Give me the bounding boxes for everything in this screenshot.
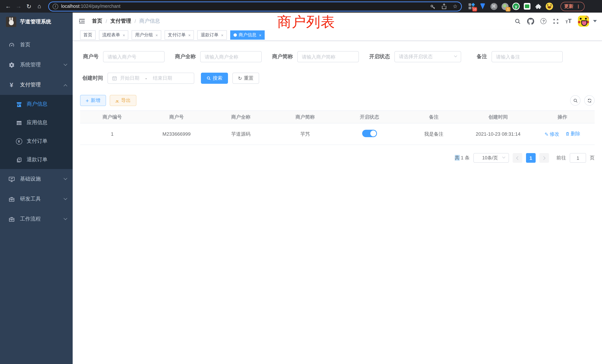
page-number-1[interactable]: 1	[526, 153, 536, 163]
bookmark-star-icon[interactable]: ☆	[453, 3, 457, 9]
sidebar-item-home[interactable]: 首页	[0, 35, 73, 55]
chevron-down-icon	[64, 176, 67, 180]
cell-status	[337, 123, 402, 145]
sidebar: 芋道管理系统 首页 系统管理 ¥ 支付管	[0, 13, 73, 364]
col-header-created: 创建时间	[466, 111, 530, 123]
sidebar-item-pay[interactable]: ¥ 支付管理	[0, 75, 73, 95]
sidebar-item-pay-order[interactable]: ¥ 支付订单	[0, 132, 73, 150]
short-name-input[interactable]	[302, 54, 354, 60]
browser-profile-avatar[interactable]	[546, 3, 553, 10]
close-icon[interactable]: ×	[122, 33, 125, 37]
status-toggle[interactable]	[362, 130, 377, 137]
back-icon[interactable]: ←	[4, 2, 13, 11]
toggle-search-button[interactable]	[570, 95, 580, 106]
prev-page-button[interactable]	[513, 153, 522, 163]
yen-circle-icon: ¥	[16, 138, 22, 144]
goto-page-input[interactable]	[570, 153, 586, 163]
pagination: 共 1 条 10条/页 1 前往 页	[80, 153, 595, 163]
date-range-picker[interactable]: 开始日期 - 结束日期	[108, 73, 194, 84]
update-button[interactable]: 更新 ⋮	[560, 2, 584, 11]
col-header-id: 商户编号	[80, 111, 144, 123]
command-extension-icon[interactable]: ⌘	[490, 3, 497, 10]
reset-button[interactable]: ↻ 重置	[232, 73, 259, 84]
chevron-down-icon	[64, 216, 67, 220]
sidebar-item-app-info[interactable]: 应用信息	[0, 113, 73, 132]
cell-short-name: 芋艿	[273, 123, 337, 145]
next-page-button[interactable]	[539, 153, 549, 163]
end-date[interactable]: 结束日期	[153, 75, 172, 82]
navbar: 首页 / 支付管理 / 商户信息 商户列表 ? TT	[73, 13, 602, 30]
caret-down-icon[interactable]	[593, 20, 597, 22]
sidebar-item-devtools[interactable]: 研发工具	[0, 189, 73, 209]
cell-remark: 我是备注	[402, 123, 466, 145]
download-icon: ⌄	[115, 99, 119, 102]
y-extension-icon[interactable]: y	[512, 3, 520, 10]
tab-refund-order[interactable]: 退款订单×	[197, 30, 227, 40]
sidebar-item-merchant-info[interactable]: 商户信息	[0, 95, 73, 113]
chevron-down-icon	[454, 54, 457, 57]
plus-icon: +	[86, 97, 89, 104]
full-name-input[interactable]	[205, 54, 257, 60]
breadcrumb-pay[interactable]: 支付管理	[110, 18, 131, 24]
password-key-icon[interactable]	[430, 3, 436, 9]
goto-label: 前往	[556, 155, 566, 161]
sidebar-item-workflow[interactable]: 工作流程	[0, 209, 73, 229]
chevron-down-icon	[64, 62, 67, 66]
grid-extension-icon[interactable]: 10	[468, 3, 475, 10]
tab-pay-order[interactable]: 支付订单×	[165, 30, 194, 40]
help-icon[interactable]: ?	[541, 18, 547, 24]
chat-extension-icon[interactable]	[523, 3, 531, 10]
tab-process-form[interactable]: 流程表单×	[99, 30, 129, 40]
tab-home[interactable]: 首页	[80, 30, 96, 40]
delete-link[interactable]: 删除	[565, 130, 580, 137]
add-button[interactable]: + 新增	[80, 95, 106, 106]
export-button[interactable]: ⌄ 导出	[110, 95, 136, 106]
url-bar[interactable]: i localhost:1024/pay/merchant ☆	[48, 1, 462, 11]
close-icon[interactable]: ×	[155, 33, 158, 37]
font-size-icon[interactable]: TT	[566, 18, 572, 24]
app-logo-row[interactable]: 芋道管理系统	[0, 13, 73, 31]
reload-icon[interactable]: ↻	[24, 2, 33, 11]
close-icon[interactable]: ×	[258, 33, 261, 37]
start-date[interactable]: 开始日期	[120, 75, 139, 82]
forward-icon[interactable]: →	[14, 2, 23, 11]
github-icon[interactable]	[527, 18, 534, 25]
merchant-no-field[interactable]	[103, 51, 165, 62]
tab-merchant-info[interactable]: 商户信息×	[230, 30, 265, 40]
annotation-merchant-list: 商户列表	[277, 13, 335, 32]
sidebar-fold-icon[interactable]	[79, 18, 85, 24]
breadcrumb-home[interactable]: 首页	[92, 18, 102, 24]
gem-extension-icon[interactable]	[479, 3, 486, 10]
toolbox-icon	[8, 216, 15, 222]
remark-input[interactable]	[496, 54, 558, 60]
remark-field[interactable]	[492, 51, 563, 62]
fullscreen-icon[interactable]	[553, 18, 559, 24]
short-name-field[interactable]	[297, 51, 359, 62]
sidebar-item-infra[interactable]: 基础设施	[0, 169, 73, 189]
sidebar-item-system[interactable]: 系统管理	[0, 55, 73, 75]
full-name-field[interactable]	[200, 51, 262, 62]
page-size-select[interactable]: 10条/页	[473, 153, 509, 163]
document-icon	[16, 157, 22, 162]
sidebar-item-refund-order[interactable]: 退款订单	[0, 150, 73, 169]
search-button[interactable]: 搜索	[201, 73, 228, 84]
home-icon[interactable]: ⌂	[35, 2, 44, 11]
status-select[interactable]: 请选择开启状态	[394, 51, 461, 62]
refresh-table-button[interactable]	[584, 95, 595, 106]
kebab-menu-icon[interactable]: ⋮	[576, 3, 581, 9]
cell-full-name: 芋道源码	[209, 123, 273, 145]
puzzle-extensions-icon[interactable]	[535, 3, 542, 10]
edit-link[interactable]: ✎修改	[545, 131, 559, 138]
url-host: localhost	[61, 4, 79, 9]
site-info-icon[interactable]: i	[53, 3, 58, 9]
search-icon[interactable]	[515, 18, 521, 24]
profile-extension-icon[interactable]: 1	[501, 3, 509, 10]
tab-user-group[interactable]: 用户分组×	[132, 30, 161, 40]
close-icon[interactable]: ×	[188, 33, 191, 37]
close-icon[interactable]: ×	[220, 33, 224, 37]
user-avatar[interactable]	[578, 16, 589, 27]
merchant-no-input[interactable]	[108, 54, 160, 60]
search-icon	[573, 98, 578, 103]
share-icon[interactable]	[442, 3, 447, 9]
chevron-down-icon	[502, 155, 505, 159]
